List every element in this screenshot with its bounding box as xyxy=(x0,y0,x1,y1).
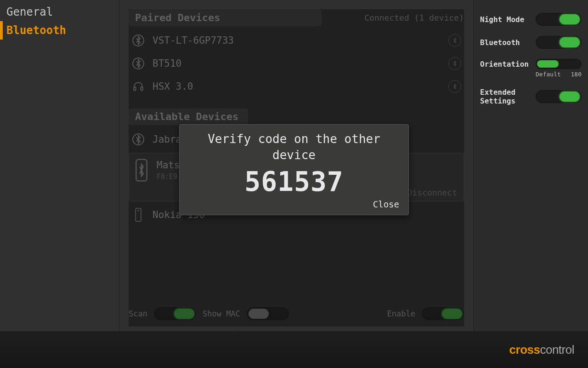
device-name: VST-LT-6GP7733 xyxy=(153,35,441,46)
modal-close-button[interactable]: Close xyxy=(189,199,399,209)
bluetooth-info-icon[interactable] xyxy=(448,57,461,70)
bluetooth-icon xyxy=(131,132,145,146)
svg-rect-3 xyxy=(141,87,142,91)
phone-icon xyxy=(131,208,145,222)
orientation-label: Orientation xyxy=(480,60,529,69)
nav-item-general[interactable]: General xyxy=(0,3,119,21)
svg-point-7 xyxy=(138,210,139,211)
device-name: HSX 3.0 xyxy=(153,81,441,92)
right-panel: Night Mode Bluetooth Orientation Default… xyxy=(473,0,588,331)
sidebar: General Bluetooth xyxy=(0,0,119,331)
footer: crosscontrol xyxy=(0,331,588,368)
orientation-segmented[interactable] xyxy=(536,59,582,69)
show-mac-label: Show MAC xyxy=(203,309,240,318)
paired-device-list: VST-LT-6GP7733 BT510 xyxy=(129,29,464,98)
nav-item-bluetooth[interactable]: Bluetooth xyxy=(0,21,119,40)
bluetooth-toggle[interactable] xyxy=(536,36,582,49)
device-name: BT510 xyxy=(153,58,441,69)
pairing-code: 561537 xyxy=(189,166,399,197)
orientation-option-default[interactable]: Default xyxy=(536,71,561,78)
bluetooth-icon xyxy=(131,57,145,70)
bluetooth-icon xyxy=(131,34,145,47)
night-mode-toggle[interactable] xyxy=(536,13,582,26)
paired-devices-header: Paired Devices xyxy=(129,9,322,26)
brand-logo: crosscontrol xyxy=(509,343,574,357)
bluetooth-info-icon[interactable] xyxy=(448,80,461,93)
bluetooth-label: Bluetooth xyxy=(480,38,520,47)
connected-status: Connected (1 device) xyxy=(364,13,464,23)
bottom-toolbar: Scan Show MAC Enable xyxy=(129,304,464,327)
enable-label: Enable xyxy=(387,309,415,318)
device-row[interactable]: VST-LT-6GP7733 xyxy=(129,29,464,52)
scan-label: Scan xyxy=(129,309,147,318)
bluetooth-info-icon[interactable] xyxy=(448,34,461,47)
extended-settings-label: Extended Settings xyxy=(480,88,531,105)
phone-bluetooth-icon xyxy=(134,158,149,183)
available-devices-header: Available Devices xyxy=(129,108,248,125)
svg-rect-2 xyxy=(134,87,136,91)
extended-settings-toggle[interactable] xyxy=(536,90,582,103)
show-mac-toggle[interactable] xyxy=(247,307,289,320)
headset-icon xyxy=(131,80,145,93)
modal-title: Verify code on the other device xyxy=(189,131,399,163)
device-row[interactable]: HSX 3.0 xyxy=(129,75,464,98)
night-mode-label: Night Mode xyxy=(480,15,524,24)
orientation-option-180[interactable]: 180 xyxy=(571,71,582,78)
scan-toggle[interactable] xyxy=(154,307,196,320)
pairing-modal: Verify code on the other device 561537 C… xyxy=(179,124,409,215)
enable-toggle[interactable] xyxy=(422,307,464,320)
disconnect-button[interactable]: Disconnect xyxy=(407,188,457,197)
device-row[interactable]: BT510 xyxy=(129,52,464,75)
